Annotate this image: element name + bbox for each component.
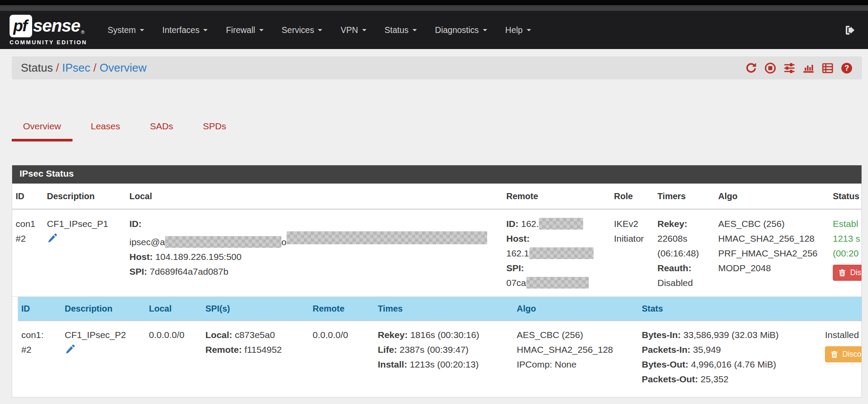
breadcrumb-separator: / [90, 61, 99, 75]
col-spis: SPI(s) [202, 297, 309, 321]
menu-system[interactable]: System [99, 11, 153, 49]
list-icon[interactable] [822, 62, 834, 74]
redacted-block [539, 218, 583, 230]
cell-stats: Bytes-In:33,586,939 (32.03 MiB) Packets-… [638, 321, 822, 393]
chevron-down-icon [483, 29, 487, 31]
child-table-header: ID Description Local SPI(s) Remote Times… [18, 297, 861, 321]
disconnect-button[interactable]: Dis [833, 265, 861, 281]
svg-text:?: ? [845, 63, 849, 72]
chevron-down-icon [140, 29, 144, 31]
refresh-icon[interactable] [745, 62, 757, 74]
ipsec-child-sa-table: ID Description Local SPI(s) Remote Times… [18, 297, 861, 393]
cell-remote: ID:162. Host: 162.1 SPI: 07ca [503, 209, 611, 297]
col-remote: Remote [503, 184, 611, 209]
community-edition-label: COMMUNITY EDITION [10, 39, 87, 46]
window-top-strip [0, 0, 868, 5]
col-stats: Stats [638, 297, 822, 321]
chevron-down-icon [259, 29, 264, 31]
pf-logo-box: pf [10, 15, 32, 37]
col-local: Local [145, 297, 202, 321]
col-id: ID [12, 184, 43, 209]
redacted-block [165, 236, 281, 248]
sliders-icon[interactable] [783, 62, 795, 74]
col-algo: Algo [513, 297, 638, 321]
trash-icon [838, 269, 846, 277]
disconnect-button[interactable]: Disco [825, 346, 861, 362]
tab-sads[interactable]: SADs [139, 121, 185, 139]
redacted-block [526, 277, 589, 289]
status-table-header: ID Description Local Remote Role Timers … [12, 184, 861, 209]
main-menu: System Interfaces Firewall Services VPN … [99, 11, 540, 49]
pf-logo-text: pf [13, 17, 29, 35]
cell-description: CF1_IPsec_P1 [43, 209, 126, 297]
col-status: Status [829, 184, 861, 209]
help-icon[interactable]: ? [841, 62, 853, 74]
top-navbar: pf sense ® COMMUNITY EDITION System Inte… [0, 11, 868, 49]
cell-local: 0.0.0.0/0 [145, 321, 202, 393]
menu-help[interactable]: Help [496, 11, 540, 49]
cell-times: Rekey:1816s (00:30:16) Life:2387s (00:39… [374, 321, 513, 393]
status-established: Establ [833, 217, 861, 231]
cell-child-status: Installed Disco [822, 321, 861, 393]
breadcrumb-link-overview[interactable]: Overview [99, 61, 146, 75]
col-role: Role [611, 184, 654, 209]
trash-icon [830, 350, 838, 358]
menu-interfaces[interactable]: Interfaces [153, 11, 217, 49]
breadcrumb-bar: Status / IPsec / Overview ? [12, 56, 862, 79]
page-action-icons: ? [745, 62, 853, 74]
cell-spis: Local:c873e5a0 Remote:f1154952 [202, 321, 309, 393]
col-algo: Algo [715, 184, 829, 209]
window-title-strip [0, 5, 868, 11]
sense-logo-text: sense [33, 16, 80, 36]
ipsec-status-panel: IPsec Status ID Description Local Remote… [12, 165, 862, 397]
menu-status[interactable]: Status [376, 11, 426, 49]
chevron-down-icon [203, 29, 208, 31]
tab-overview[interactable]: Overview [12, 121, 73, 141]
col-description: Description [61, 297, 145, 321]
cell-id: con1 #2 [12, 209, 43, 297]
local-id-value: ipsec@ao [129, 231, 499, 250]
cell-status: Establ 1213 s (00:20 Dis [829, 209, 861, 297]
stop-icon[interactable] [764, 62, 776, 74]
menu-vpn[interactable]: VPN [331, 11, 375, 49]
redacted-block [529, 247, 594, 259]
registered-mark: ® [81, 30, 84, 35]
pencil-icon[interactable] [47, 233, 58, 248]
cell-algo: AES_CBC (256) HMAC_SHA2_256_128 IPComp: … [513, 321, 638, 393]
cell-role: IKEv2 Initiator [611, 209, 654, 297]
col-times: Times [374, 297, 513, 321]
cell-id: con1: #2 [18, 321, 61, 393]
breadcrumb-separator: / [53, 61, 62, 75]
table-row: con1: #2 CF1_IPsec_P2 [18, 321, 861, 393]
col-id: ID [18, 297, 61, 321]
breadcrumb-link-ipsec[interactable]: IPsec [62, 61, 90, 75]
cell-algo: AES_CBC (256) HMAC_SHA2_256_128 PRF_HMAC… [715, 209, 829, 297]
tab-leases[interactable]: Leases [79, 121, 132, 139]
child-table-row: ID Description Local SPI(s) Remote Times… [12, 297, 861, 394]
menu-firewall[interactable]: Firewall [217, 11, 272, 49]
bar-chart-icon[interactable] [802, 62, 815, 74]
chevron-down-icon [413, 29, 417, 31]
ipsec-status-table: ID Description Local Remote Role Timers … [12, 184, 861, 393]
tab-spds[interactable]: SPDs [191, 121, 238, 139]
menu-services[interactable]: Services [273, 11, 332, 49]
pfsense-logo[interactable]: pf sense ® COMMUNITY EDITION [10, 15, 87, 46]
sign-out-icon[interactable] [844, 24, 856, 36]
ipsec-tabs: Overview Leases SADs SPDs [12, 121, 862, 141]
status-table-scroll-area[interactable]: ID Description Local Remote Role Timers … [12, 184, 861, 393]
chevron-down-icon [527, 29, 531, 31]
status-installed: Installed [825, 328, 861, 342]
pencil-icon[interactable] [65, 344, 76, 359]
col-local: Local [126, 184, 503, 209]
col-blank [822, 297, 861, 321]
col-description: Description [43, 184, 126, 209]
panel-title: IPsec Status [12, 165, 861, 184]
menu-diagnostics[interactable]: Diagnostics [426, 11, 496, 49]
col-timers: Timers [654, 184, 715, 209]
table-row: con1 #2 CF1_IPsec_P1 ID: ipsec@ao [12, 209, 861, 297]
chevron-down-icon [318, 29, 322, 31]
redacted-block [287, 231, 487, 244]
cell-local: ID: ipsec@ao Host:104.189.226.195:500 SP… [126, 209, 503, 297]
cell-description: CF1_IPsec_P2 [61, 321, 145, 393]
cell-timers: Rekey: 22608s (06:16:48) Reauth: Disable… [654, 209, 715, 297]
